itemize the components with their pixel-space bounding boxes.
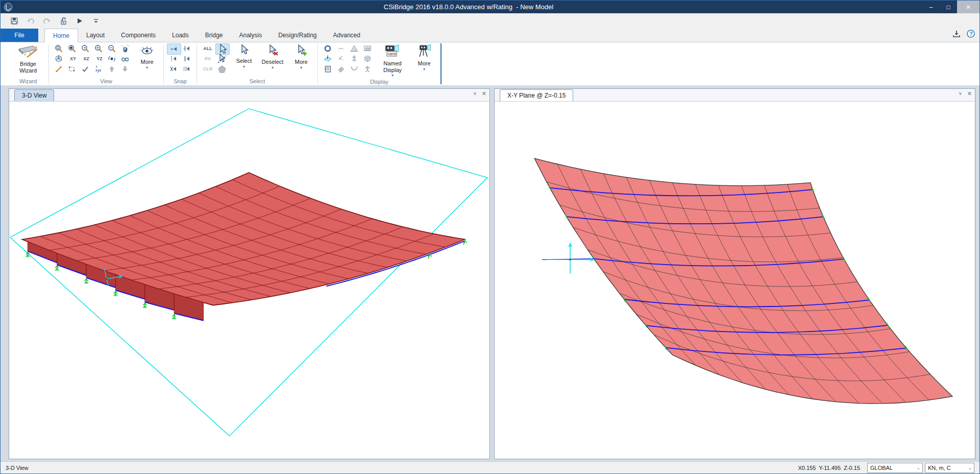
view-tab-xy-plane[interactable]: X-Y Plane @ Z=-0.15 — [500, 89, 573, 101]
down-icon[interactable] — [118, 64, 132, 74]
svg-text:name: name — [388, 52, 397, 56]
snap-grid-icon[interactable] — [180, 64, 193, 74]
rotate-icon[interactable] — [105, 54, 118, 64]
maximize-button[interactable]: □ — [940, 1, 957, 13]
display-more-button[interactable]: More ▾ — [411, 43, 437, 72]
view-window-3d: 3-D View ˅ ✕ — [9, 88, 490, 459]
named-display-button[interactable]: name Named Display ▾ — [376, 43, 409, 78]
ring-icon[interactable] — [321, 43, 334, 54]
run-icon[interactable] — [74, 15, 85, 27]
tab-analysis[interactable]: Analysis — [231, 29, 270, 41]
tripod-camera-icon — [416, 44, 432, 60]
undo-icon[interactable] — [25, 15, 36, 27]
units-dropdown[interactable]: KN, m, C⌄ — [925, 463, 974, 473]
button-all[interactable]: ALL — [200, 43, 215, 54]
snap-mid-icon[interactable] — [180, 43, 193, 54]
zoom-in-icon[interactable] — [92, 43, 105, 54]
chevron-down-icon: ▾ — [391, 74, 394, 78]
view-tab-3d[interactable]: 3-D View — [14, 89, 54, 101]
tri-icon[interactable] — [348, 43, 361, 54]
title-bar: CSiBridge 2016 v18.0.0 Advanced w/Rating… — [1, 1, 979, 13]
status-message: 3-D View — [4, 465, 798, 471]
group-label-snap: Snap — [174, 78, 187, 85]
xyz-axes-icon[interactable]: xyz — [92, 64, 105, 74]
notebook-icon[interactable] — [321, 64, 334, 74]
download-icon[interactable] — [952, 29, 961, 40]
deselect-button[interactable]: Deselect ▾ — [259, 43, 286, 70]
jack-icon[interactable] — [361, 64, 374, 74]
panel-menu-icon[interactable]: ˅ — [959, 90, 962, 97]
eraser-icon[interactable] — [334, 64, 348, 74]
limits-icon[interactable] — [65, 64, 79, 74]
snap-points-icon[interactable] — [167, 43, 181, 55]
cube-icon[interactable] — [361, 54, 374, 64]
view-icon-grid: 3DXYXZYZxyz — [52, 43, 132, 74]
status-bar: 3-D View X0.155 Y-11.495 Z-0.15 GLOBAL⌄ … — [1, 461, 979, 473]
poly-icon[interactable] — [215, 64, 229, 74]
tab-home[interactable]: Home — [44, 29, 78, 43]
view-more-button[interactable]: More ▾ — [134, 43, 160, 70]
chevron-down-icon: ▾ — [300, 66, 302, 70]
save-icon[interactable] — [9, 15, 20, 27]
zoom-window-icon[interactable] — [65, 43, 79, 54]
up-icon[interactable] — [105, 64, 118, 74]
chevron-down-icon: ⌄ — [914, 465, 922, 470]
lock-icon[interactable] — [58, 15, 69, 27]
select-more-button[interactable]: More ▾ — [288, 43, 314, 70]
zoom-extents-icon[interactable] — [52, 43, 65, 54]
zoom-out-icon[interactable] — [105, 43, 118, 54]
minimize-button[interactable]: – — [922, 1, 940, 13]
pan-icon[interactable] — [118, 43, 132, 54]
snap-x-icon[interactable] — [167, 64, 180, 74]
chevron-down-icon: ▾ — [272, 66, 274, 70]
perspective-icon[interactable] — [118, 54, 132, 64]
tab-file[interactable]: File — [1, 29, 38, 42]
redo-icon[interactable] — [41, 15, 53, 27]
bridge-wizard-button[interactable]: ✶ Bridge Wizard — [11, 43, 45, 74]
tree-icon[interactable] — [348, 54, 361, 64]
panel-close-icon[interactable]: ✕ — [967, 90, 972, 97]
close-button[interactable]: ✕ — [957, 1, 979, 13]
wing-icon[interactable] — [334, 43, 348, 54]
box-3d-icon[interactable]: 3D — [52, 54, 65, 64]
check-icon[interactable] — [79, 64, 92, 74]
zoom-previous-icon[interactable] — [79, 43, 92, 54]
plane-arrow-icon[interactable] — [321, 54, 334, 64]
ribbon-tab-row: File HomeLayoutComponentsLoadsBridgeAnal… — [1, 29, 979, 42]
snap-line-icon[interactable] — [180, 54, 193, 64]
cursor-icon — [238, 44, 250, 57]
wing-check-icon[interactable] — [334, 54, 348, 64]
help-icon[interactable]: ? — [966, 29, 975, 40]
chevron-down-icon: ▾ — [146, 66, 148, 70]
tab-bridge[interactable]: Bridge — [197, 29, 231, 41]
button-clr[interactable]: CLR — [200, 64, 215, 74]
cursor-x-icon — [266, 44, 279, 58]
select-icon-grid: ALLPSCLR — [200, 43, 229, 74]
tab-loads[interactable]: Loads — [164, 29, 197, 41]
panel-menu-icon[interactable]: ˅ — [473, 90, 476, 97]
tab-design-rating[interactable]: Design/Rating — [270, 29, 325, 41]
label-clr: CLR — [203, 66, 213, 72]
named-display-camera-icon: name — [383, 44, 402, 60]
button-ps[interactable]: PS — [200, 54, 215, 64]
display-icon-grid — [321, 43, 374, 74]
tab-components[interactable]: Components — [113, 29, 164, 41]
select-button[interactable]: Select ▾ — [231, 43, 257, 69]
app-logo-icon — [2, 2, 15, 13]
snap-perp-icon[interactable] — [167, 54, 180, 64]
cam-hatch-icon[interactable] — [361, 43, 374, 54]
qa-more-icon[interactable] — [90, 15, 102, 27]
label-xy: XY — [70, 56, 76, 61]
tab-layout[interactable]: Layout — [78, 29, 113, 41]
draw-icon[interactable] — [52, 64, 65, 74]
csys-dropdown[interactable]: GLOBAL⌄ — [867, 463, 923, 473]
cursor-plus-icon — [295, 44, 308, 58]
viewport-3d[interactable] — [9, 102, 489, 459]
pointer-slash-icon[interactable] — [215, 54, 229, 64]
tab-advanced[interactable]: Advanced — [325, 29, 369, 41]
saddle-icon[interactable] — [348, 64, 361, 74]
viewport-xy-plane[interactable] — [495, 102, 975, 459]
window-title: CSiBridge 2016 v18.0.0 Advanced w/Rating… — [15, 3, 922, 11]
group-label-display: Display — [370, 78, 388, 86]
panel-close-icon[interactable]: ✕ — [482, 90, 486, 97]
